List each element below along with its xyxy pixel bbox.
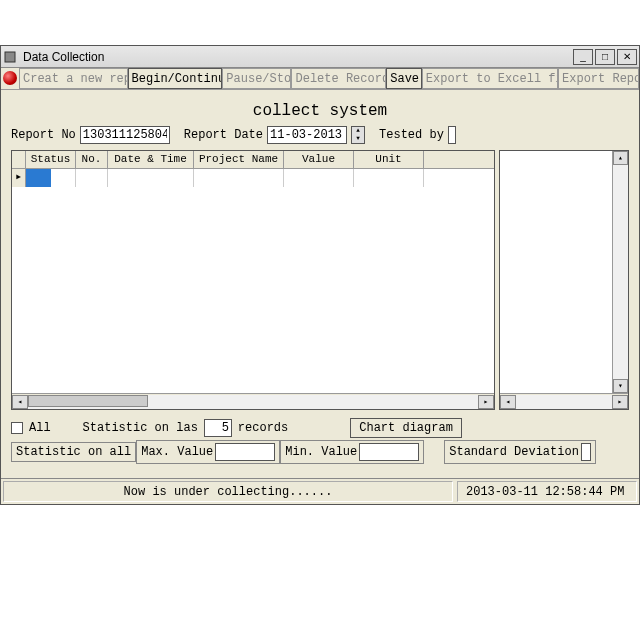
- titlebar: Data Collection _ □ ✕: [1, 46, 639, 68]
- status-datetime: 2013-03-11 12:58:44 PM: [457, 481, 637, 502]
- report-meta-row: Report No Report Date ▲▼ Tested by: [11, 124, 629, 150]
- status-message: Now is under collecting......: [3, 481, 453, 502]
- scroll-track[interactable]: [28, 395, 478, 409]
- app-icon: [3, 49, 19, 65]
- last-n-input[interactable]: [204, 419, 232, 437]
- maximize-button[interactable]: □: [595, 49, 615, 65]
- scroll-up-button[interactable]: ▴: [613, 151, 628, 165]
- page-title: collect system: [11, 96, 629, 124]
- date-spinner[interactable]: ▲▼: [351, 126, 365, 144]
- grid-body: ▸: [12, 169, 494, 393]
- report-date-input[interactable]: [267, 126, 347, 144]
- delete-records-button[interactable]: Delete Records: [291, 68, 386, 89]
- cell-unit: [354, 169, 424, 187]
- window-title: Data Collection: [23, 50, 573, 64]
- scroll-thumb[interactable]: [28, 395, 148, 407]
- side-scroll-left[interactable]: ◂: [500, 395, 516, 409]
- max-value-field[interactable]: [215, 443, 275, 461]
- save-button[interactable]: Save: [386, 68, 422, 89]
- col-no[interactable]: No.: [76, 151, 108, 168]
- report-no-input[interactable]: [80, 126, 170, 144]
- table-row[interactable]: ▸: [12, 169, 494, 187]
- stat-on-all: Statistic on all: [11, 442, 136, 462]
- row-marker-header: [12, 151, 26, 168]
- col-value[interactable]: Value: [284, 151, 354, 168]
- close-button[interactable]: ✕: [617, 49, 637, 65]
- chart-diagram-button[interactable]: Chart diagram: [350, 418, 462, 438]
- record-icon: [3, 71, 17, 85]
- all-label: All: [29, 421, 51, 435]
- minimize-button[interactable]: _: [573, 49, 593, 65]
- content-area: collect system Report No Report Date ▲▼ …: [11, 96, 629, 476]
- side-panel: ▴ ▾ ◂ ▸: [499, 150, 629, 410]
- pause-stop-button[interactable]: Pause/Stop: [222, 68, 291, 89]
- begin-continue-button[interactable]: Begin/Continue: [128, 68, 223, 89]
- toolbar: Creat a new repor Begin/Continue Pause/S…: [1, 68, 639, 90]
- vscroll-track[interactable]: [613, 165, 628, 379]
- last-n-label-post: records: [238, 421, 288, 435]
- scroll-down-button[interactable]: ▾: [613, 379, 628, 393]
- report-date-label: Report Date: [184, 128, 263, 142]
- scroll-left-button[interactable]: ◂: [12, 395, 28, 409]
- side-scroll-right[interactable]: ▸: [612, 395, 628, 409]
- stat-max: Max. Value: [136, 440, 280, 464]
- cell-project: [194, 169, 284, 187]
- side-hscrollbar[interactable]: ◂ ▸: [500, 393, 628, 409]
- tested-by-label: Tested by: [379, 128, 444, 142]
- std-value-field[interactable]: [581, 443, 591, 461]
- new-report-button[interactable]: Creat a new repor: [19, 68, 128, 89]
- min-value-field[interactable]: [359, 443, 419, 461]
- cell-datetime: [108, 169, 194, 187]
- cell-value: [284, 169, 354, 187]
- stat-min: Min. Value: [280, 440, 424, 464]
- grid-header: Status No. Date & Time Project Name Valu…: [12, 151, 494, 169]
- report-no-label: Report No: [11, 128, 76, 142]
- scroll-right-button[interactable]: ▸: [478, 395, 494, 409]
- side-panel-body: [500, 151, 612, 393]
- col-status[interactable]: Status: [26, 151, 76, 168]
- grid-hscrollbar[interactable]: ◂ ▸: [12, 393, 494, 409]
- all-checkbox[interactable]: [11, 422, 23, 434]
- data-grid[interactable]: Status No. Date & Time Project Name Valu…: [11, 150, 495, 410]
- cell-status[interactable]: [26, 169, 76, 187]
- app-window: Data Collection _ □ ✕ Creat a new repor …: [0, 45, 640, 505]
- col-unit[interactable]: Unit: [354, 151, 424, 168]
- tested-by-input[interactable]: [448, 126, 456, 144]
- col-datetime[interactable]: Date & Time: [108, 151, 194, 168]
- export-excel-button[interactable]: Export to Excell file: [422, 68, 558, 89]
- last-n-label-pre: Statistic on las: [83, 421, 198, 435]
- statistics-row: Statistic on all Max. Value Min. Value S…: [11, 440, 629, 464]
- statusbar: Now is under collecting...... 2013-03-11…: [1, 478, 639, 504]
- cell-no: [76, 169, 108, 187]
- current-row-marker: ▸: [12, 169, 26, 187]
- stat-std: Standard Deviation: [444, 440, 596, 464]
- svg-rect-0: [5, 52, 15, 62]
- export-report-button[interactable]: Export Repor: [558, 68, 639, 89]
- col-project[interactable]: Project Name: [194, 151, 284, 168]
